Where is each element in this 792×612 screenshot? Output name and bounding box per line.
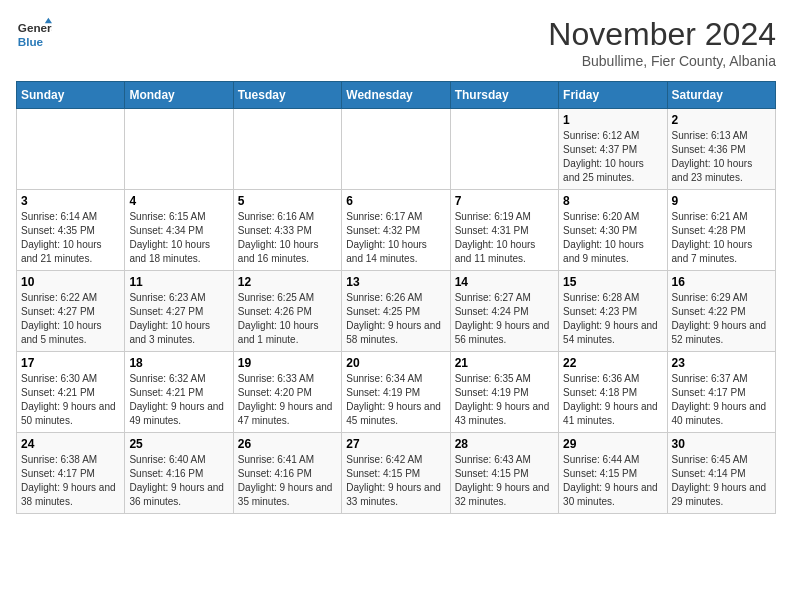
day-info: Sunrise: 6:21 AM Sunset: 4:28 PM Dayligh… (672, 210, 771, 266)
day-info: Sunrise: 6:13 AM Sunset: 4:36 PM Dayligh… (672, 129, 771, 185)
day-number: 21 (455, 356, 554, 370)
day-number: 24 (21, 437, 120, 451)
day-number: 20 (346, 356, 445, 370)
day-info: Sunrise: 6:38 AM Sunset: 4:17 PM Dayligh… (21, 453, 120, 509)
day-header-sunday: Sunday (17, 82, 125, 109)
calendar-week-4: 17Sunrise: 6:30 AM Sunset: 4:21 PM Dayli… (17, 352, 776, 433)
day-info: Sunrise: 6:28 AM Sunset: 4:23 PM Dayligh… (563, 291, 662, 347)
calendar-cell: 21Sunrise: 6:35 AM Sunset: 4:19 PM Dayli… (450, 352, 558, 433)
calendar-cell: 1Sunrise: 6:12 AM Sunset: 4:37 PM Daylig… (559, 109, 667, 190)
calendar-cell: 26Sunrise: 6:41 AM Sunset: 4:16 PM Dayli… (233, 433, 341, 514)
day-info: Sunrise: 6:34 AM Sunset: 4:19 PM Dayligh… (346, 372, 445, 428)
day-info: Sunrise: 6:36 AM Sunset: 4:18 PM Dayligh… (563, 372, 662, 428)
day-info: Sunrise: 6:25 AM Sunset: 4:26 PM Dayligh… (238, 291, 337, 347)
day-header-wednesday: Wednesday (342, 82, 450, 109)
day-info: Sunrise: 6:16 AM Sunset: 4:33 PM Dayligh… (238, 210, 337, 266)
calendar-week-3: 10Sunrise: 6:22 AM Sunset: 4:27 PM Dayli… (17, 271, 776, 352)
day-number: 14 (455, 275, 554, 289)
svg-text:Blue: Blue (18, 35, 44, 48)
calendar-cell: 30Sunrise: 6:45 AM Sunset: 4:14 PM Dayli… (667, 433, 775, 514)
day-number: 9 (672, 194, 771, 208)
calendar-cell: 9Sunrise: 6:21 AM Sunset: 4:28 PM Daylig… (667, 190, 775, 271)
day-header-thursday: Thursday (450, 82, 558, 109)
calendar-cell: 25Sunrise: 6:40 AM Sunset: 4:16 PM Dayli… (125, 433, 233, 514)
day-info: Sunrise: 6:20 AM Sunset: 4:30 PM Dayligh… (563, 210, 662, 266)
calendar-cell (342, 109, 450, 190)
day-info: Sunrise: 6:42 AM Sunset: 4:15 PM Dayligh… (346, 453, 445, 509)
calendar-cell: 20Sunrise: 6:34 AM Sunset: 4:19 PM Dayli… (342, 352, 450, 433)
day-info: Sunrise: 6:44 AM Sunset: 4:15 PM Dayligh… (563, 453, 662, 509)
day-info: Sunrise: 6:37 AM Sunset: 4:17 PM Dayligh… (672, 372, 771, 428)
subtitle: Bubullime, Fier County, Albania (548, 53, 776, 69)
day-header-saturday: Saturday (667, 82, 775, 109)
day-number: 26 (238, 437, 337, 451)
logo: General Blue (16, 16, 52, 52)
calendar-cell: 23Sunrise: 6:37 AM Sunset: 4:17 PM Dayli… (667, 352, 775, 433)
day-number: 22 (563, 356, 662, 370)
calendar-cell: 10Sunrise: 6:22 AM Sunset: 4:27 PM Dayli… (17, 271, 125, 352)
logo-icon: General Blue (16, 16, 52, 52)
day-info: Sunrise: 6:27 AM Sunset: 4:24 PM Dayligh… (455, 291, 554, 347)
calendar-body: 1Sunrise: 6:12 AM Sunset: 4:37 PM Daylig… (17, 109, 776, 514)
day-info: Sunrise: 6:40 AM Sunset: 4:16 PM Dayligh… (129, 453, 228, 509)
day-number: 29 (563, 437, 662, 451)
calendar-cell: 17Sunrise: 6:30 AM Sunset: 4:21 PM Dayli… (17, 352, 125, 433)
calendar-header-row: SundayMondayTuesdayWednesdayThursdayFrid… (17, 82, 776, 109)
calendar-cell: 15Sunrise: 6:28 AM Sunset: 4:23 PM Dayli… (559, 271, 667, 352)
calendar-cell: 5Sunrise: 6:16 AM Sunset: 4:33 PM Daylig… (233, 190, 341, 271)
day-number: 17 (21, 356, 120, 370)
day-info: Sunrise: 6:17 AM Sunset: 4:32 PM Dayligh… (346, 210, 445, 266)
day-info: Sunrise: 6:26 AM Sunset: 4:25 PM Dayligh… (346, 291, 445, 347)
calendar-cell (17, 109, 125, 190)
calendar-cell (125, 109, 233, 190)
day-number: 28 (455, 437, 554, 451)
calendar-cell: 3Sunrise: 6:14 AM Sunset: 4:35 PM Daylig… (17, 190, 125, 271)
day-number: 27 (346, 437, 445, 451)
header: General Blue November 2024 Bubullime, Fi… (16, 16, 776, 69)
day-number: 12 (238, 275, 337, 289)
calendar-cell (450, 109, 558, 190)
calendar-week-5: 24Sunrise: 6:38 AM Sunset: 4:17 PM Dayli… (17, 433, 776, 514)
calendar-cell: 7Sunrise: 6:19 AM Sunset: 4:31 PM Daylig… (450, 190, 558, 271)
day-number: 18 (129, 356, 228, 370)
calendar-week-2: 3Sunrise: 6:14 AM Sunset: 4:35 PM Daylig… (17, 190, 776, 271)
month-title: November 2024 (548, 16, 776, 53)
day-info: Sunrise: 6:45 AM Sunset: 4:14 PM Dayligh… (672, 453, 771, 509)
calendar-cell: 18Sunrise: 6:32 AM Sunset: 4:21 PM Dayli… (125, 352, 233, 433)
day-info: Sunrise: 6:35 AM Sunset: 4:19 PM Dayligh… (455, 372, 554, 428)
day-number: 1 (563, 113, 662, 127)
day-number: 4 (129, 194, 228, 208)
day-info: Sunrise: 6:19 AM Sunset: 4:31 PM Dayligh… (455, 210, 554, 266)
day-info: Sunrise: 6:23 AM Sunset: 4:27 PM Dayligh… (129, 291, 228, 347)
day-info: Sunrise: 6:12 AM Sunset: 4:37 PM Dayligh… (563, 129, 662, 185)
day-info: Sunrise: 6:41 AM Sunset: 4:16 PM Dayligh… (238, 453, 337, 509)
calendar-cell (233, 109, 341, 190)
calendar-table: SundayMondayTuesdayWednesdayThursdayFrid… (16, 81, 776, 514)
calendar-cell: 14Sunrise: 6:27 AM Sunset: 4:24 PM Dayli… (450, 271, 558, 352)
calendar-cell: 2Sunrise: 6:13 AM Sunset: 4:36 PM Daylig… (667, 109, 775, 190)
day-header-tuesday: Tuesday (233, 82, 341, 109)
day-number: 25 (129, 437, 228, 451)
calendar-cell: 4Sunrise: 6:15 AM Sunset: 4:34 PM Daylig… (125, 190, 233, 271)
day-info: Sunrise: 6:15 AM Sunset: 4:34 PM Dayligh… (129, 210, 228, 266)
day-header-monday: Monday (125, 82, 233, 109)
title-area: November 2024 Bubullime, Fier County, Al… (548, 16, 776, 69)
day-info: Sunrise: 6:30 AM Sunset: 4:21 PM Dayligh… (21, 372, 120, 428)
day-info: Sunrise: 6:32 AM Sunset: 4:21 PM Dayligh… (129, 372, 228, 428)
day-number: 2 (672, 113, 771, 127)
day-info: Sunrise: 6:29 AM Sunset: 4:22 PM Dayligh… (672, 291, 771, 347)
day-number: 10 (21, 275, 120, 289)
calendar-cell: 22Sunrise: 6:36 AM Sunset: 4:18 PM Dayli… (559, 352, 667, 433)
day-number: 23 (672, 356, 771, 370)
calendar-cell: 12Sunrise: 6:25 AM Sunset: 4:26 PM Dayli… (233, 271, 341, 352)
calendar-cell: 11Sunrise: 6:23 AM Sunset: 4:27 PM Dayli… (125, 271, 233, 352)
day-number: 7 (455, 194, 554, 208)
day-number: 3 (21, 194, 120, 208)
calendar-cell: 8Sunrise: 6:20 AM Sunset: 4:30 PM Daylig… (559, 190, 667, 271)
day-number: 13 (346, 275, 445, 289)
day-number: 8 (563, 194, 662, 208)
calendar-cell: 6Sunrise: 6:17 AM Sunset: 4:32 PM Daylig… (342, 190, 450, 271)
day-number: 6 (346, 194, 445, 208)
calendar-cell: 27Sunrise: 6:42 AM Sunset: 4:15 PM Dayli… (342, 433, 450, 514)
day-info: Sunrise: 6:14 AM Sunset: 4:35 PM Dayligh… (21, 210, 120, 266)
